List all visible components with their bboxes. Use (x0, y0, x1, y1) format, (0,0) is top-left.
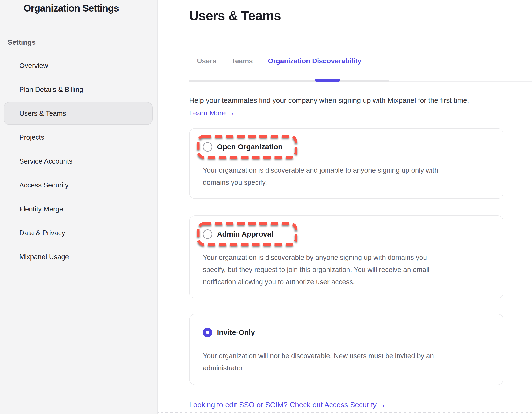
option-label: Admin Approval (217, 230, 273, 238)
sidebar-item-identity-merge[interactable]: Identity Merge (4, 198, 152, 220)
sidebar-item-label: Users & Teams (19, 110, 66, 117)
sidebar-item-overview[interactable]: Overview (4, 54, 152, 77)
radio-option-open-organization[interactable]: Open Organization (203, 142, 283, 152)
learn-more-link[interactable]: Learn More → (189, 109, 235, 117)
tab-teams[interactable]: Teams (231, 57, 253, 65)
option-label: Invite-Only (217, 328, 255, 337)
sidebar-item-label: Projects (19, 133, 44, 141)
bottom-divider (158, 412, 532, 413)
option-label: Open Organization (217, 143, 283, 151)
option-card-invite-only: Invite-Only Your organization will not b… (189, 314, 504, 385)
sidebar-item-label: Plan Details & Billing (19, 85, 83, 94)
radio-button-unchecked-icon[interactable] (203, 142, 212, 152)
tab-bar: Users Teams Organization Discoverability (197, 57, 361, 65)
sidebar-item-access-security[interactable]: Access Security (4, 174, 152, 197)
option-description: Your organization is discoverable by any… (203, 252, 486, 288)
sidebar-item-users-teams[interactable]: Users & Teams (4, 102, 152, 125)
sidebar-item-data-privacy[interactable]: Data & Privacy (4, 221, 152, 244)
settings-section-label: Settings (8, 38, 36, 46)
main-content: Users & Teams Users Teams Organization D… (158, 0, 532, 414)
sidebar-item-label: Identity Merge (19, 205, 63, 213)
tab-bar-track (189, 80, 389, 82)
sidebar-item-service-accounts[interactable]: Service Accounts (4, 150, 152, 173)
discoverability-options: Open Organization Your organization is d… (189, 128, 504, 385)
tab-users[interactable]: Users (197, 57, 216, 65)
sidebar-item-plan-details-billing[interactable]: Plan Details & Billing (4, 78, 152, 101)
radio-option-invite-only[interactable]: Invite-Only (203, 328, 255, 337)
sidebar: Organization Settings Settings Overview … (0, 0, 158, 414)
sidebar-item-label: Mixpanel Usage (19, 253, 69, 261)
sidebar-item-label: Access Security (19, 181, 69, 189)
access-security-link[interactable]: Looking to edit SSO or SCIM? Check out A… (189, 401, 386, 409)
intro-text: Help your teammates find your company wh… (189, 96, 469, 104)
active-tab-indicator (315, 79, 340, 82)
sidebar-item-projects[interactable]: Projects (4, 126, 152, 149)
sidebar-nav: Overview Plan Details & Billing Users & … (0, 54, 157, 269)
tab-organization-discoverability[interactable]: Organization Discoverability (268, 57, 361, 65)
radio-button-checked-icon[interactable] (203, 328, 212, 337)
radio-option-admin-approval[interactable]: Admin Approval (203, 229, 273, 239)
radio-button-unchecked-icon[interactable] (203, 229, 212, 239)
organization-settings-title: Organization Settings (23, 2, 119, 14)
page-title: Users & Teams (189, 8, 281, 23)
option-card-admin-approval: Admin Approval Your organization is disc… (189, 215, 504, 298)
option-description: Your organization is discoverable and jo… (203, 164, 486, 188)
sidebar-item-label: Overview (19, 62, 48, 70)
sidebar-item-label: Data & Privacy (19, 229, 65, 237)
sidebar-item-mixpanel-usage[interactable]: Mixpanel Usage (4, 245, 152, 268)
option-description: Your organization will not be discoverab… (203, 350, 486, 374)
option-card-open-organization: Open Organization Your organization is d… (189, 128, 504, 199)
sidebar-item-label: Service Accounts (19, 157, 72, 165)
